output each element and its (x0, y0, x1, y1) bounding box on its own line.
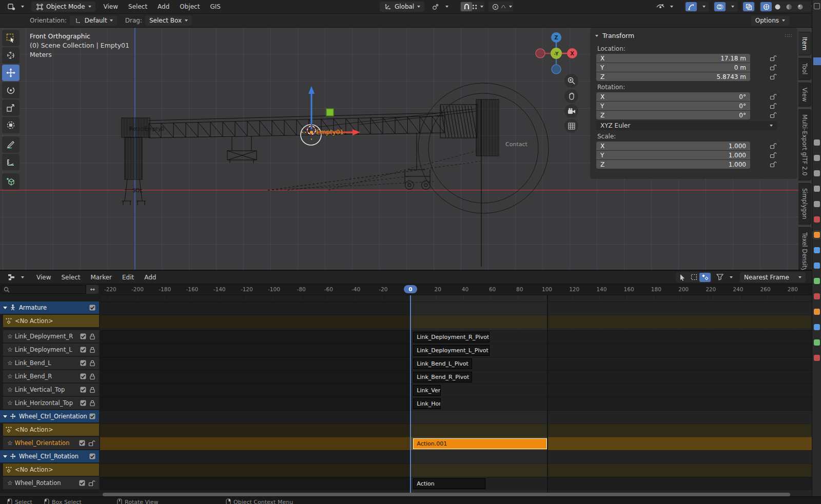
channel-wheel-orientation[interactable]: ☆Wheel_Orientation (3, 437, 99, 449)
nla-ruler[interactable]: -220-200-180-160-140-120-100-80-60-40-20… (100, 284, 812, 295)
nla-track-area[interactable]: Link_Deployment_R_PivotLink_Deployment_L… (100, 295, 812, 493)
channel-wheel-ctrl-rotation[interactable]: Wheel_Ctrl_Rotation (0, 450, 99, 462)
star-icon[interactable]: ☆ (7, 399, 13, 407)
orientation-default-dropdown[interactable]: Default (70, 15, 117, 26)
properties-tab-constraints-icon[interactable] (814, 263, 820, 269)
nla-menu-select[interactable]: Select (56, 272, 85, 283)
menu-object[interactable]: Object (174, 2, 205, 12)
options-dropdown[interactable]: Options (751, 15, 789, 26)
channel-checkbox[interactable] (80, 387, 86, 393)
annotate-tool[interactable] (2, 136, 19, 153)
snap-settings-dropdown[interactable] (472, 2, 483, 11)
measure-tool[interactable] (2, 154, 19, 170)
mode-dropdown[interactable]: Object Mode (31, 2, 95, 12)
lock-icon[interactable] (770, 103, 777, 109)
channel-link-horizontal-top[interactable]: ☆Link_Horizontal_Top (3, 397, 99, 409)
channel-checkbox[interactable] (89, 453, 95, 459)
transform-tool[interactable] (2, 117, 19, 133)
strip-action[interactable]: Action (413, 478, 485, 489)
channel-link-bend-r[interactable]: ☆Link_Bend_R (3, 370, 99, 382)
channel--no-action-[interactable]: <No Action> (3, 463, 99, 476)
scale-x-field[interactable]: X1.000 (596, 142, 750, 150)
channel--no-action-[interactable]: <No Action> (3, 315, 99, 327)
shading-rendered-button[interactable] (794, 2, 806, 11)
rotate-tool[interactable] (2, 82, 19, 98)
add-cube-tool[interactable] (2, 173, 19, 190)
transform-panel-header[interactable]: Transform ∷∷ (590, 31, 797, 43)
nla-menu-edit[interactable]: Edit (117, 272, 139, 283)
playhead-line[interactable] (410, 295, 411, 493)
marquee-select-button[interactable] (688, 273, 699, 282)
shading-wireframe-button[interactable] (760, 2, 772, 11)
properties-tab-material-icon[interactable] (814, 309, 820, 315)
strip-link-vert[interactable]: Link_Vert (413, 385, 440, 396)
strip-link-hori[interactable]: Link_Hori (413, 398, 440, 409)
star-icon[interactable]: ☆ (7, 479, 13, 487)
nla-menu-view[interactable]: View (31, 272, 56, 283)
channel-link-bend-l[interactable]: ☆Link_Bend_L (3, 357, 99, 369)
zoom-button[interactable] (564, 74, 578, 88)
properties-tab-object-data-icon[interactable] (814, 278, 820, 284)
strip-action-001[interactable]: Action.001 (413, 438, 547, 449)
sidebar-tab-texel-density[interactable]: Texel Density (798, 227, 811, 270)
properties-editor-sliver[interactable] (812, 0, 821, 496)
pan-hand-button[interactable] (564, 89, 578, 103)
channel-checkbox[interactable] (80, 333, 86, 339)
sidebar-tab-item[interactable]: Item (798, 32, 811, 55)
properties-tab-texture-2-icon[interactable] (814, 355, 820, 361)
strip-link-bend-r-pivot[interactable]: Link_Bend_R_Pivot (413, 372, 472, 382)
strip-link-deployment-l-pivot[interactable]: Link_Deployment_L_Pivot (413, 345, 490, 356)
properties-tab-physics-icon[interactable] (814, 247, 820, 253)
overlays-dropdown[interactable] (726, 2, 737, 11)
menu-view[interactable]: View (99, 2, 123, 12)
xray-toggle[interactable] (743, 2, 754, 11)
expand-triangle-icon[interactable] (3, 415, 7, 418)
show-object-types-dropdown[interactable] (652, 2, 677, 12)
lock-icon[interactable] (770, 112, 777, 118)
properties-tab-particles-icon[interactable] (814, 324, 820, 330)
properties-tab-render-icon[interactable] (814, 155, 820, 161)
channel-link-deployment-l[interactable]: ☆Link_Deployment_L (3, 344, 99, 356)
expand-triangle-icon[interactable] (3, 455, 7, 458)
keyframe-snap-button[interactable] (699, 273, 711, 282)
star-icon[interactable]: ☆ (7, 386, 13, 393)
channel-search-input[interactable] (1, 285, 86, 294)
snap-mode-dropdown[interactable]: Nearest Frame (740, 272, 806, 283)
camera-view-button[interactable] (564, 104, 578, 118)
rotation-y-field[interactable]: Y0° (596, 102, 750, 110)
sidebar-tab-simplygon[interactable]: Simplygon (798, 183, 811, 225)
nla-menu-add[interactable]: Add (139, 272, 161, 283)
gizmos-dropdown[interactable] (697, 2, 708, 11)
channel-armature[interactable]: Armature (0, 301, 99, 314)
properties-tab-world-icon[interactable] (814, 216, 820, 223)
location-y-field[interactable]: Y0 m (596, 63, 750, 72)
properties-tab-texture-icon[interactable] (814, 293, 820, 299)
channel-checkbox[interactable] (80, 360, 86, 366)
lock-icon[interactable] (770, 73, 777, 80)
location-z-field[interactable]: Z5.8743 m (596, 72, 750, 81)
channel--no-action-[interactable]: <No Action> (3, 424, 99, 436)
lock-open-icon[interactable] (88, 440, 95, 447)
lock-closed-icon[interactable] (89, 347, 95, 353)
expand-triangle-icon[interactable] (3, 307, 7, 309)
lock-icon[interactable] (770, 93, 777, 100)
channel-checkbox[interactable] (80, 347, 86, 353)
lock-open-icon[interactable] (88, 480, 95, 487)
cursor-tool[interactable] (2, 47, 19, 64)
properties-tab-view-layer-icon[interactable] (814, 186, 820, 192)
lock-closed-icon[interactable] (89, 400, 95, 407)
channel-link-deployment-r[interactable]: ☆Link_Deployment_R (3, 330, 99, 342)
channel-link-vertical-top[interactable]: ☆Link_Vertical_Top (3, 384, 99, 396)
channel-checkbox[interactable] (89, 413, 95, 419)
transform-orientation-dropdown[interactable]: Global (380, 2, 424, 12)
rotation-mode-dropdown[interactable]: XYZ Euler (596, 121, 777, 130)
shading-solid-button[interactable] (772, 2, 783, 11)
channel-wheel-ctrl-orientation[interactable]: Wheel_Ctrl_Orientation (0, 410, 99, 422)
panel-grip[interactable]: ∷∷ (785, 33, 792, 38)
orthographic-grid-button[interactable] (564, 119, 578, 133)
star-icon[interactable]: ☆ (7, 359, 13, 367)
filter-dropdown[interactable] (712, 272, 737, 283)
lock-icon[interactable] (770, 161, 777, 168)
pivot-point-dropdown[interactable] (427, 2, 453, 12)
lock-icon[interactable] (770, 143, 777, 149)
